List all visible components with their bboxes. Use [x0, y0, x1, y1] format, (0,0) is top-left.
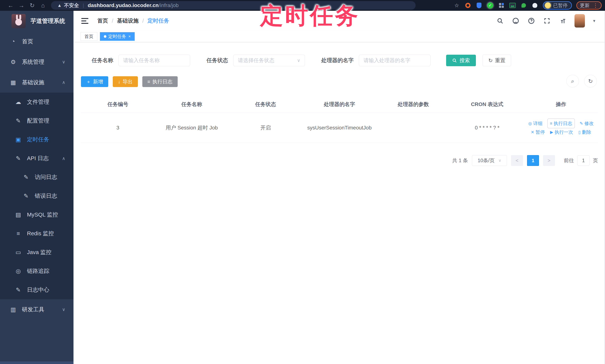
sidebar-item-9[interactable]: ▤MySQL 监控: [0, 205, 74, 224]
green-sprout-extension-icon[interactable]: [520, 2, 527, 9]
exec-log-button[interactable]: ≡ 执行日志: [142, 76, 178, 87]
monitor-icon: ▦: [9, 79, 17, 86]
address-bar[interactable]: ▲ 不安全 | dashboard.yudao.iocoder.cn /infr…: [51, 1, 416, 10]
table-header-row: 任务编号任务名称任务状态处理器的名字处理器的参数CRON 表达式操作: [81, 96, 598, 113]
sidebar-item-label: 系统管理: [22, 58, 44, 66]
column-header-0: 任务编号: [81, 96, 155, 113]
app-shell: 芋道管理系统 ◔首页⚙系统管理∨▦基础设施∧☁文件管理✎配置管理▣定时任务✎AP…: [0, 11, 605, 364]
kebab-menu-icon[interactable]: ⋮: [593, 2, 598, 9]
pen-icon: ✎: [580, 121, 583, 126]
caret-down-icon[interactable]: ▾: [593, 18, 595, 24]
job-name-input[interactable]: [123, 57, 185, 64]
chevron-up-icon: ∧: [62, 156, 65, 161]
prev-page-button[interactable]: <: [511, 155, 523, 166]
tab-0[interactable]: 首页: [80, 32, 97, 41]
goto-page-input[interactable]: [577, 155, 590, 166]
breadcrumb-item-1[interactable]: 基础设施: [117, 17, 139, 25]
breadcrumb-item-2[interactable]: 定时任务: [147, 17, 169, 25]
cell-job-id: 3: [81, 113, 155, 143]
tab-label: 首页: [84, 33, 93, 39]
breadcrumb: 首页/基础设施/定时任务: [97, 17, 169, 25]
sidebar-item-1[interactable]: ⚙系统管理∨: [0, 52, 74, 72]
sidebar-item-3[interactable]: ☁文件管理: [0, 93, 74, 111]
log-center-icon: ✎: [14, 286, 23, 293]
font-size-icon[interactable]: [559, 17, 566, 25]
home-icon[interactable]: ⌂: [38, 2, 48, 9]
forward-icon[interactable]: →: [16, 2, 27, 9]
op-pause-link[interactable]: ✕暂停: [531, 129, 545, 135]
sidebar-item-label: 日志中心: [27, 286, 49, 294]
orange-ring-extension-icon[interactable]: [464, 2, 472, 9]
sidebar-item-6[interactable]: ✎API 日志∧: [0, 149, 74, 168]
jobs-table: 任务编号任务名称任务状态处理器的名字处理器的参数CRON 表达式操作 3 用户 …: [81, 96, 598, 143]
op-log-link[interactable]: ≡执行日志: [547, 118, 575, 128]
next-page-button[interactable]: >: [543, 155, 555, 166]
pagination: 共 1 条 10条/页 ∨ < 1 > 前往 页: [81, 155, 598, 166]
job-name-label: 任务名称: [92, 57, 113, 64]
job-name-field[interactable]: [118, 55, 190, 66]
gear-icon: ⚙: [9, 59, 17, 65]
back-icon[interactable]: ←: [5, 2, 16, 9]
search-toggle-icon[interactable]: ⌕: [566, 75, 579, 87]
job-status-select[interactable]: 请选择任务状态 ∨: [233, 55, 305, 66]
sidebar-item-2[interactable]: ▦基础设施∧: [0, 72, 74, 93]
blue-gem-extension-icon[interactable]: [475, 2, 483, 9]
sidebar-item-8[interactable]: ✎错误日志: [0, 187, 74, 205]
handler-name-field[interactable]: [359, 55, 431, 66]
security-label[interactable]: 不安全: [64, 2, 79, 9]
sidebar-logo-row[interactable]: 芋道管理系统: [0, 11, 74, 31]
search-button-label: 搜索: [460, 57, 470, 64]
breadcrumb-item-0[interactable]: 首页: [97, 17, 108, 25]
update-button[interactable]: 更新: [580, 2, 590, 9]
sidebar-item-7[interactable]: ✎访问日志: [0, 168, 74, 187]
exec-log-button-label: 执行日志: [152, 78, 172, 85]
op-eye-link[interactable]: ◎详细: [528, 120, 542, 127]
export-button[interactable]: ↓ 导出: [113, 76, 138, 87]
add-button[interactable]: ＋ 新增: [81, 76, 108, 87]
op-pen-link[interactable]: ✎修改: [580, 120, 594, 127]
sidebar-item-0[interactable]: ◔首页: [0, 31, 74, 52]
user-avatar[interactable]: [575, 14, 585, 27]
browser-update-pill[interactable]: 更新 ⋮: [576, 1, 602, 10]
search-icon[interactable]: [496, 17, 504, 25]
sidebar-item-12[interactable]: ◎链路追踪: [0, 262, 74, 281]
green-check-extension-icon[interactable]: ✓: [487, 2, 494, 9]
sidebar-item-4[interactable]: ✎配置管理: [0, 111, 74, 130]
sidebar-item-label: Java 监控: [27, 248, 52, 256]
table-tool-circles: ⌕ ↻: [566, 75, 597, 87]
op-play-link[interactable]: ▶执行一次: [550, 129, 573, 135]
page-unit-label: 页: [593, 157, 598, 164]
sidebar-item-label: Redis 监控: [27, 230, 54, 237]
refresh-icon[interactable]: ↻: [584, 75, 597, 87]
grid-extension-icon[interactable]: [498, 2, 505, 9]
reset-button[interactable]: ↻ 重置: [483, 55, 511, 66]
sidebar-item-13[interactable]: ✎日志中心: [0, 281, 74, 299]
sidebar-item-14[interactable]: ▥研发工具∨: [0, 299, 74, 320]
page-size-select[interactable]: 10条/页 ∨: [472, 155, 507, 166]
search-button[interactable]: 搜索: [446, 55, 476, 66]
fullscreen-icon[interactable]: [543, 17, 551, 25]
bookmark-star-icon[interactable]: ☆: [453, 2, 460, 9]
tab-1[interactable]: 定时任务×: [100, 32, 135, 41]
sidebar-item-5[interactable]: ▣定时任务: [0, 130, 74, 149]
current-page-button[interactable]: 1: [527, 155, 539, 166]
hamburger-icon[interactable]: [81, 18, 88, 24]
op-trash-link[interactable]: ▯删除: [579, 129, 591, 135]
handler-name-input[interactable]: [364, 57, 426, 64]
on-badge-extension-icon[interactable]: on: [509, 2, 516, 9]
table-row[interactable]: 3 用户 Session 超时 Job 开启 sysUserSessionTim…: [81, 113, 598, 143]
url-host: dashboard.yudao.iocoder.cn: [88, 2, 159, 8]
help-icon[interactable]: [528, 17, 535, 25]
dashboard-icon: ◔: [9, 38, 17, 45]
close-icon[interactable]: ×: [128, 34, 131, 39]
op-label: 详细: [533, 120, 542, 127]
github-icon[interactable]: [512, 17, 519, 25]
white-paw-extension-icon[interactable]: [531, 2, 539, 9]
recording-paused-pill[interactable]: 已暂停: [543, 1, 572, 10]
export-button-label: 导出: [123, 78, 133, 85]
reload-icon[interactable]: ↻: [27, 2, 38, 9]
refresh-icon: ↻: [488, 57, 493, 64]
operations-row: ◎详细≡执行日志✎修改: [528, 120, 594, 127]
sidebar-item-10[interactable]: ≡Redis 监控: [0, 224, 74, 243]
sidebar-item-11[interactable]: ▭Java 监控: [0, 243, 74, 262]
